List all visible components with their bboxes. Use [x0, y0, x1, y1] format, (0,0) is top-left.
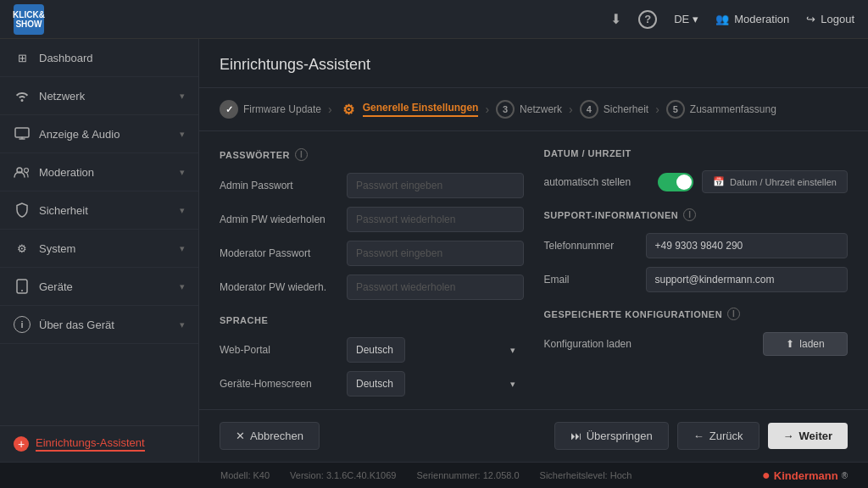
sidebar-label-moderation: Moderation — [39, 166, 180, 179]
cancel-button[interactable]: ✕ Abbrechen — [220, 422, 320, 450]
web-portal-select-wrapper: Deutsch English Français — [347, 337, 524, 363]
toggle-knob — [676, 175, 692, 190]
registered-icon: ® — [842, 471, 848, 480]
monitor-icon — [14, 125, 31, 142]
users-icon — [14, 164, 31, 180]
help-icon[interactable]: ? — [638, 10, 657, 29]
config-load-button[interactable]: ⬆ laden — [763, 332, 848, 356]
chevron-icon: ▾ — [180, 167, 185, 178]
status-bar: Modell: K40 Version: 3.1.6C.40.K1069 Ser… — [0, 462, 868, 488]
logout-button[interactable]: ↪ Logout — [806, 13, 854, 25]
sidebar-item-geraete[interactable]: Geräte ▾ — [0, 268, 198, 306]
config-section: GESPEICHERTE KONFIGURATIONEN i Konfigura… — [544, 308, 849, 356]
back-label: Zurück — [709, 430, 743, 442]
sprache-section-title: SPRACHE — [220, 315, 524, 325]
email-label: Email — [544, 274, 646, 286]
step-label-zusammenfassung: Zusammenfassung — [690, 103, 776, 115]
moderation-label: Moderation — [734, 13, 789, 25]
step-arrow-1: › — [328, 103, 332, 116]
step-circle-firmware: ✓ — [220, 100, 238, 119]
geraete-homescreen-row: Geräte-Homescreen Deutsch English França… — [220, 371, 524, 396]
calendar-icon: 📅 — [713, 176, 725, 187]
moderation-button[interactable]: 👥 Moderation — [715, 13, 789, 25]
main-layout: ⊞ Dashboard Netzwerk ▾ Anzeige & Audio ▾… — [0, 39, 868, 462]
download-icon[interactable]: ⬇ — [610, 11, 621, 27]
step-firmware[interactable]: ✓ Firmware Update — [220, 100, 321, 119]
step-circle-generell: ⚙ — [339, 100, 358, 119]
brand-logo: ● Kindermann ® — [762, 468, 848, 483]
back-icon: ← — [693, 430, 704, 442]
admin-password-repeat-input[interactable] — [347, 207, 524, 232]
back-button[interactable]: ← Zurück — [677, 422, 760, 450]
form-grid: PASSWÖRTER i Admin Passwort Admin PW wie… — [220, 148, 848, 405]
moderator-password-input[interactable] — [347, 241, 524, 266]
skip-label: Überspringen — [587, 430, 653, 442]
moderator-password-repeat-label: Moderator PW wiederh. — [220, 281, 347, 293]
cancel-label: Abbrechen — [250, 430, 303, 442]
kindermann-dot-icon: ● — [762, 468, 771, 483]
chevron-icon: ▾ — [180, 91, 185, 102]
email-value: support@kindermann.com — [646, 267, 849, 292]
security-info: Sicherheitslevel: Hoch — [540, 470, 632, 480]
admin-password-repeat-row: Admin PW wiederholen — [220, 207, 524, 232]
model-info: Modell: K40 — [220, 470, 270, 480]
sidebar-item-moderation[interactable]: Moderation ▾ — [0, 153, 198, 191]
moderator-password-row: Moderator Passwort — [220, 241, 524, 266]
sprache-section: SPRACHE Web-Portal Deutsch English Franç… — [220, 315, 524, 396]
step-label-sicherheit: Sicherheit — [604, 103, 648, 115]
users-icon: 👥 — [715, 13, 729, 25]
passwords-section-title: PASSWÖRTER i — [220, 148, 524, 161]
wifi-icon — [14, 87, 31, 104]
step-generell[interactable]: ⚙ Generelle Einstellungen — [339, 100, 479, 119]
config-load-btn-label: laden — [799, 338, 824, 350]
auto-datetime-row: automatisch stellen 📅 Datum / Uhrzeit ei… — [544, 170, 849, 193]
wizard-steps: ✓ Firmware Update › ⚙ Generelle Einstell… — [199, 88, 868, 131]
chevron-icon: ▾ — [180, 243, 185, 254]
skip-icon: ⏭ — [570, 430, 581, 442]
lang-label: DE — [674, 13, 689, 25]
auto-datetime-toggle[interactable] — [658, 173, 693, 191]
admin-password-row: Admin Passwort — [220, 173, 524, 198]
telefon-row: Telefonnummer +49 9303 9840 290 — [544, 233, 849, 258]
shield-icon — [14, 202, 31, 219]
step-label-generell: Generelle Einstellungen — [363, 102, 479, 117]
skip-button[interactable]: ⏭ Überspringen — [554, 422, 669, 450]
language-selector[interactable]: DE ▾ — [674, 13, 698, 25]
sidebar-label-netzwerk: Netzwerk — [39, 90, 180, 103]
chevron-icon: ▾ — [180, 205, 185, 216]
step-zusammenfassung[interactable]: 5 Zusammenfassung — [666, 100, 776, 119]
sidebar-item-netzwerk[interactable]: Netzwerk ▾ — [0, 77, 198, 115]
topbar: KLICK&SHOW ⬇ ? DE ▾ 👥 Moderation ↪ Logou… — [0, 0, 868, 39]
admin-password-repeat-label: Admin PW wiederholen — [220, 214, 347, 225]
passwords-info-icon[interactable]: i — [295, 148, 308, 161]
support-info-icon[interactable]: i — [683, 208, 696, 221]
web-portal-label: Web-Portal — [220, 344, 347, 356]
step-netzwerk[interactable]: 3 Netzwerk — [496, 100, 562, 119]
svg-point-4 — [21, 290, 23, 291]
content-area: Einrichtungs-Assistent ✓ Firmware Update… — [199, 39, 868, 462]
config-info-icon[interactable]: i — [727, 308, 740, 320]
sidebar-item-sicherheit[interactable]: Sicherheit ▾ — [0, 191, 198, 230]
moderator-password-repeat-input[interactable] — [347, 274, 524, 300]
step-sicherheit[interactable]: 4 Sicherheit — [580, 100, 648, 119]
web-portal-select[interactable]: Deutsch English Français — [347, 337, 405, 363]
right-panel: DATUM / UHRZEIT automatisch stellen 📅 Da… — [544, 148, 849, 405]
sidebar-item-dashboard[interactable]: ⊞ Dashboard — [0, 39, 198, 77]
logout-icon: ↪ — [806, 13, 815, 25]
geraete-homescreen-select[interactable]: Deutsch English Français — [347, 371, 405, 396]
datetime-set-button[interactable]: 📅 Datum / Uhrzeit einstellen — [702, 170, 848, 193]
page-title: Einrichtungs-Assistent — [220, 56, 848, 74]
sidebar-item-anzeige-audio[interactable]: Anzeige & Audio ▾ — [0, 115, 198, 153]
chevron-icon: ▾ — [180, 281, 185, 292]
next-button[interactable]: → Weiter — [768, 423, 849, 449]
sidebar-item-system[interactable]: ⚙ System ▾ — [0, 230, 198, 268]
svg-point-2 — [25, 169, 29, 173]
dashboard-icon: ⊞ — [14, 49, 31, 66]
sidebar-label-sicherheit: Sicherheit — [39, 204, 180, 217]
einrichtungs-assistent-button[interactable]: + Einrichtungs-Assistent — [0, 425, 198, 462]
sidebar-label-geraete: Geräte — [39, 280, 180, 293]
admin-password-input[interactable] — [347, 173, 524, 198]
step-label-firmware: Firmware Update — [243, 103, 321, 115]
sidebar-item-ueber[interactable]: i Über das Gerät ▾ — [0, 306, 198, 344]
telefon-value: +49 9303 9840 290 — [646, 233, 849, 258]
